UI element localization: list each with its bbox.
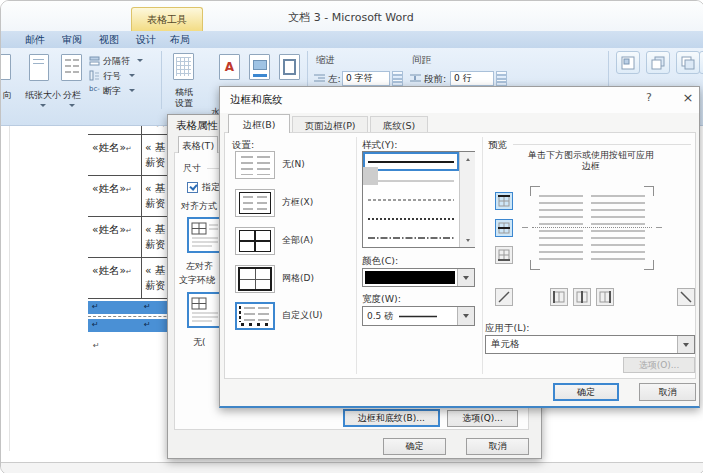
tp-cancel-button[interactable]: 取消 [466,438,529,455]
width-dropdown-arrow[interactable] [457,307,474,325]
top-border-icon [498,195,510,207]
inside-vertical-border-icon [576,291,588,303]
width-dropdown[interactable]: 0.5 磅 [362,306,475,326]
page-borders-button[interactable] [279,54,300,80]
tp-options-button[interactable]: 选项(Q)... [447,410,518,427]
width-value: 0.5 磅 [363,310,393,323]
tab-design[interactable]: 设计 [136,33,156,47]
tab-mailings[interactable]: 邮件 [25,33,45,47]
status-strip [1,463,703,473]
apply-to-dropdown[interactable]: 单元格 [485,335,695,354]
manuscript-setup-button[interactable]: 稿纸 设置 [165,52,203,110]
tab-page-border[interactable]: 页面边框(P) [292,116,368,133]
bd-cancel-button[interactable]: 取消 [639,383,696,401]
diagonal-down-toggle[interactable] [495,288,513,306]
align-left-label: 左对齐 [186,261,213,272]
bottom-border-icon [498,249,510,261]
width-line-sample [399,315,437,318]
scroll-up-icon[interactable] [460,152,475,166]
help-button[interactable]: ? [640,91,658,109]
rotate-button[interactable] [699,51,703,74]
bottom-border-toggle[interactable] [495,246,513,264]
page-orientation-label[interactable]: 向 [3,89,12,102]
right-border-toggle[interactable] [596,288,614,306]
paragraph-mark: ↵ [93,341,100,350]
top-border-toggle[interactable] [495,192,513,210]
align-left-option[interactable] [187,217,223,253]
watermark-button[interactable]: A [219,54,240,80]
borders-shading-dialog: 边框和底纹 ? × 边框(B) 页面边框(P) 底纹(S) 设置: 无(N) 方… [219,86,700,408]
position-icon [621,56,635,70]
style-item-dashed[interactable] [363,190,459,209]
page-orientation-icon[interactable] [0,54,11,80]
setting-grid-option[interactable] [235,265,275,293]
spacing-before-field[interactable]: 0 行 [450,71,494,86]
preview-inside-border-line [532,227,652,228]
name-cell[interactable]: «姓名»↵ [88,176,142,216]
close-button[interactable]: × [679,90,697,108]
setting-none-option[interactable] [235,151,275,179]
context-tool-group: 表格工具 [131,7,203,31]
name-cell[interactable]: «姓名»↵ [88,217,142,257]
inside-vertical-border-toggle[interactable] [573,288,591,306]
size-group-label: 尺寸 [183,163,201,174]
borders-and-shading-button[interactable]: 边框和底纹(B)... [343,409,440,427]
borders-shading-title: 边框和底纹 [230,93,283,107]
setting-box-label: 方框(X) [282,197,313,208]
window-title: 文档 3 - Microsoft Word [241,10,461,25]
page-color-button[interactable] [249,54,270,80]
setting-grid-label: 网格(D) [282,273,314,284]
setting-none-icon [241,156,253,175]
tab-review[interactable]: 审阅 [62,33,82,47]
left-border-toggle[interactable] [550,288,568,306]
scroll-down-icon[interactable] [460,233,475,247]
tab-layout[interactable]: 布局 [170,33,190,47]
width-label: 宽度(W): [362,293,401,304]
manuscript-setup-icon [173,53,194,80]
bd-ok-button[interactable]: 确定 [553,383,619,401]
apply-to-dropdown-arrow[interactable] [677,336,694,353]
scroll-thumb[interactable] [363,167,378,185]
tp-ok-button[interactable]: 确定 [383,438,446,455]
style-item-dash-dot[interactable] [363,228,459,247]
text-wrap-group-label: 文字环绕 [179,275,215,286]
line-numbers-label: 行号 [103,70,121,83]
style-scrollbar[interactable] [459,152,475,247]
setting-all-option[interactable] [235,227,275,255]
name-cell[interactable]: «姓名»↵ [88,135,142,175]
border-preview-diagram[interactable] [530,186,654,270]
color-dropdown-arrow[interactable] [457,269,474,286]
color-dropdown[interactable] [362,268,475,287]
inside-horizontal-border-icon [498,222,510,234]
diagonal-up-toggle[interactable] [677,288,695,306]
bring-forward-button[interactable] [646,51,670,74]
tab-view[interactable]: 视图 [99,33,119,47]
settings-label: 设置: [232,139,254,150]
bd-options-button[interactable]: 选项(O)... [623,357,695,373]
breaks-button[interactable]: 分隔符 [89,54,153,67]
inside-horizontal-border-toggle[interactable] [495,219,513,237]
wrap-none-option[interactable] [187,292,223,328]
tab-borders[interactable]: 边框(B) [228,114,290,133]
alignment-group-label: 对齐方式 [181,201,217,212]
style-listbox[interactable] [362,151,475,248]
name-cell[interactable]: «姓名»↵ [88,126,142,134]
setting-box-option[interactable] [235,189,275,217]
tab-shading[interactable]: 底纹(S) [370,116,428,133]
name-cell[interactable]: «姓名»↵ [88,258,142,298]
hyphenation-button[interactable]: bc- 断字 [89,84,153,97]
spacing-before-spinner[interactable] [496,71,507,86]
indent-left-field[interactable]: 0 字符 [342,71,390,86]
position-button[interactable] [616,51,640,74]
columns-button[interactable]: 分栏 [57,52,87,110]
line-numbers-button[interactable]: 行号 [89,69,153,82]
specify-width-checkbox[interactable] [187,182,198,193]
send-backward-button[interactable] [676,51,700,74]
indent-label: 缩进 [316,54,335,65]
style-item-dotted[interactable] [363,209,459,228]
page-edge [9,126,10,451]
indent-left-spinner[interactable] [392,71,403,86]
page-color-icon [253,60,267,70]
tab-table[interactable]: 表格(T) [178,136,218,153]
setting-custom-option[interactable] [235,302,275,330]
